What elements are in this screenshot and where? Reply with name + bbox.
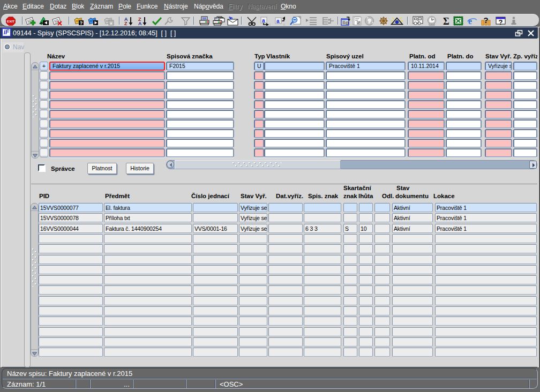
svg-text:Σ: Σ (443, 16, 449, 26)
svg-text:a: a (268, 22, 271, 26)
svg-text:?: ? (499, 18, 503, 26)
svg-text:a: a (276, 18, 280, 24)
svg-text:?: ? (80, 20, 83, 26)
svg-text:a: a (283, 22, 286, 26)
svg-text:e: e (468, 17, 472, 26)
svg-text:a: a (262, 18, 265, 24)
svg-text:Z: Z (124, 21, 128, 26)
svg-text:x: x (110, 21, 112, 26)
svg-text:?: ? (483, 16, 488, 25)
svg-text:EXIT: EXIT (7, 19, 14, 23)
svg-text:1315: 1315 (430, 24, 434, 26)
svg-text:A: A (138, 21, 142, 26)
